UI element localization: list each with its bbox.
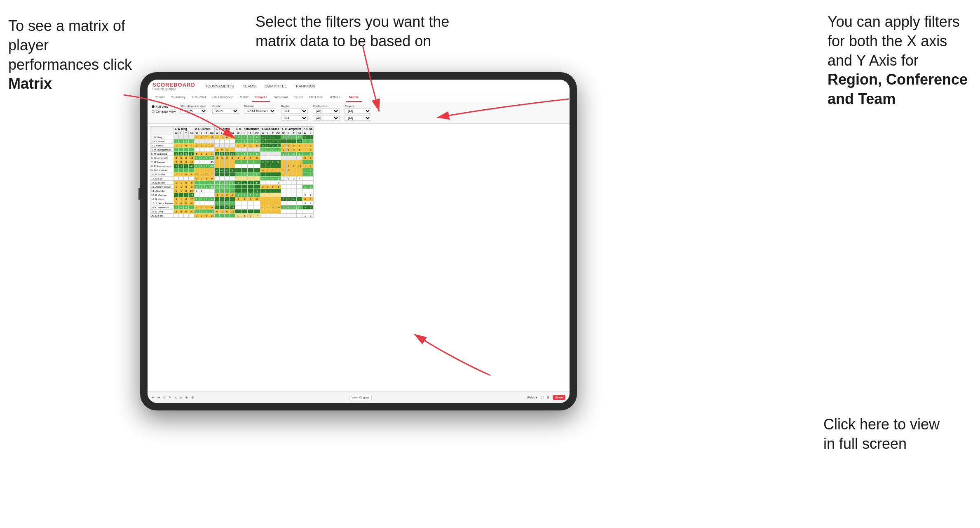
cell: [225, 197, 230, 201]
division-select[interactable]: NCAA Division I: [244, 108, 276, 114]
watch-button[interactable]: Watch ▾: [527, 396, 538, 399]
cell: [260, 164, 265, 168]
nav-prev-button[interactable]: ◁: [175, 396, 177, 399]
region-select2[interactable]: N/A: [281, 116, 308, 121]
cell: 1: [215, 185, 220, 189]
cell: 0: [281, 152, 286, 156]
annotation-bottom-right-text: Click here to view in full screen: [823, 416, 940, 452]
conference-select1[interactable]: (All): [313, 108, 340, 114]
grid-button[interactable]: ⊞: [547, 396, 549, 399]
cell: 0: [281, 144, 286, 148]
cell: [220, 172, 225, 177]
players-select1[interactable]: (All): [345, 108, 371, 114]
cell: [220, 214, 225, 218]
cell: 11: [254, 172, 260, 177]
cell: -1: [275, 185, 281, 189]
cell: 0: [184, 189, 189, 193]
cell: -13: [296, 164, 302, 168]
cell: [286, 210, 291, 214]
sh-t4: T: [248, 131, 254, 135]
sub-nav: Teams Summary H2H Grid H2H Heatmap Matri…: [148, 93, 570, 102]
cell: [260, 210, 265, 214]
cell: [265, 189, 270, 193]
share-button[interactable]: Share: [553, 395, 565, 400]
cell: [248, 185, 254, 189]
cell: 0: [215, 210, 220, 214]
player-name: 8. P Summerhays: [150, 164, 174, 168]
cell: 0: [220, 156, 225, 160]
max-players-select[interactable]: Top 25: [181, 108, 207, 114]
sub-tab-summary[interactable]: Summary: [168, 93, 189, 102]
cell: 0: [179, 210, 184, 214]
sub-tab-summary2[interactable]: Summary: [270, 93, 291, 102]
conference-label: Conference: [313, 105, 340, 108]
nav-teams[interactable]: TEAMS: [241, 83, 257, 89]
conference-select2[interactable]: (All): [313, 116, 340, 121]
redo2-button[interactable]: ↺: [163, 396, 166, 399]
cell: 0: [302, 156, 308, 160]
fullscreen-button[interactable]: ⛶: [541, 396, 544, 399]
sub-tab-h2h-h[interactable]: H2H H...: [326, 93, 346, 102]
sub-tab-detail[interactable]: Detail: [291, 93, 306, 102]
table-row: 1. W Ding 12011 110-2 12017 010 01013 02: [150, 135, 314, 139]
cell: 0: [184, 181, 189, 185]
cell: 0: [260, 135, 265, 139]
annotation-bold-matrix: Matrix: [8, 75, 52, 92]
cell: 0: [270, 139, 275, 144]
undo-button[interactable]: ↩: [152, 396, 154, 399]
nav-next-button[interactable]: ▷: [180, 396, 182, 399]
cell: 0: [184, 210, 189, 214]
cell: [179, 214, 184, 218]
cell: [265, 152, 270, 156]
cell: 0: [235, 139, 241, 144]
view-option-compact[interactable]: Compact View: [152, 110, 176, 113]
cell: 0: [260, 168, 265, 172]
sub-tab-players[interactable]: Players: [252, 93, 270, 102]
cell: [179, 193, 184, 197]
settings-button[interactable]: ⚙: [191, 396, 194, 399]
cell: 4: [302, 205, 308, 210]
nav-committee[interactable]: COMMITTEE: [263, 83, 288, 89]
cell: [296, 156, 302, 160]
cell: [204, 181, 209, 185]
cell: 4: [199, 156, 204, 160]
cell: [260, 197, 265, 201]
cell: 0: [225, 168, 230, 172]
sub-tab-matrix2[interactable]: Matrix: [346, 93, 362, 102]
sub-tab-teams[interactable]: Teams: [152, 93, 168, 102]
gender-select[interactable]: Men's: [212, 108, 239, 114]
cell: 1: [286, 148, 291, 152]
sub-tab-h2h-grid[interactable]: H2H Grid: [189, 93, 209, 102]
cell: [209, 181, 215, 185]
cell: 0: [225, 152, 230, 156]
nav-rankings[interactable]: RANKINGS: [294, 83, 317, 89]
sh-l6: L: [286, 131, 291, 135]
sub-tab-h2h-heatmap[interactable]: H2H Heatmap: [209, 93, 237, 102]
cell: 3: [199, 205, 204, 210]
cell: [254, 164, 260, 168]
annotation-top-center: Select the filters you want the matrix d…: [256, 12, 453, 51]
cell: [281, 185, 286, 189]
cell: 0: [248, 172, 254, 177]
view-original-button[interactable]: View: Original: [349, 395, 372, 400]
nav-tournaments[interactable]: TOURNAMENTS: [204, 83, 235, 89]
cell: 0: [215, 168, 220, 172]
cell: [254, 201, 260, 205]
cell: [189, 148, 195, 152]
plus-button[interactable]: ⊕: [185, 396, 188, 399]
view-option-full[interactable]: Full View: [152, 105, 176, 108]
edit-button[interactable]: ✎: [169, 396, 171, 399]
table-row: 16. K Vilips 310-25 2204 3308 050 01: [150, 197, 314, 201]
cell: 24: [209, 156, 215, 160]
sub-tab-h2h-grid2[interactable]: H2H Grid: [306, 93, 326, 102]
cell: 2: [194, 197, 199, 201]
players-select2[interactable]: (All): [345, 116, 371, 121]
cell: 6: [189, 152, 195, 156]
region-select1[interactable]: N/A: [281, 108, 308, 114]
cell: -6: [275, 139, 281, 144]
cell: 0: [291, 205, 297, 210]
redo-button[interactable]: ↪: [157, 396, 160, 399]
cell: 0: [291, 148, 297, 152]
cell: 0: [184, 205, 189, 210]
sub-tab-matrix[interactable]: Matrix: [237, 93, 252, 102]
